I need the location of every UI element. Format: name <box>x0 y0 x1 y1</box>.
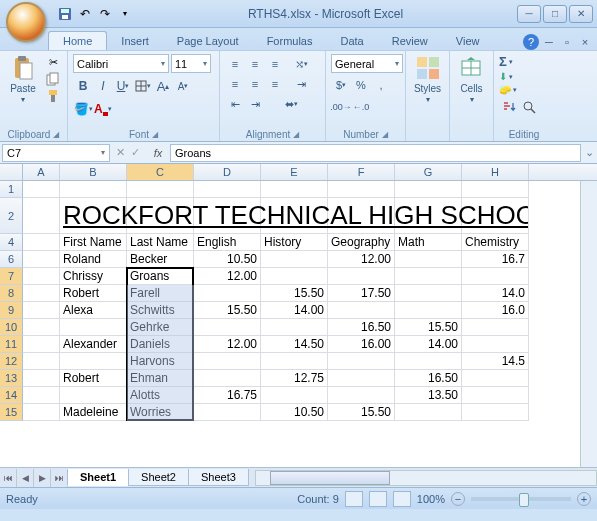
column-header-H[interactable]: H <box>462 164 529 180</box>
align-top-button[interactable]: ≡ <box>225 54 245 74</box>
cell-A12[interactable] <box>23 353 60 370</box>
sort-filter-button[interactable] <box>499 97 519 117</box>
cell-C15[interactable]: Worries <box>127 404 194 421</box>
row-header-2[interactable]: 2 <box>0 198 23 234</box>
maximize-button[interactable]: □ <box>543 5 567 23</box>
font-name-combo[interactable]: Calibri▾ <box>73 54 169 73</box>
cell-C12[interactable]: Harvons <box>127 353 194 370</box>
cell-E10[interactable] <box>261 319 328 336</box>
clear-button[interactable]: 🧽▾ <box>499 84 549 95</box>
row-header-14[interactable]: 14 <box>0 387 23 404</box>
paste-button[interactable]: Paste ▾ <box>5 54 41 104</box>
fill-color-button[interactable]: 🪣▾ <box>73 99 93 119</box>
percent-button[interactable]: % <box>351 75 371 95</box>
cell-D10[interactable] <box>194 319 261 336</box>
cell-F15[interactable]: 15.50 <box>328 404 395 421</box>
cell-F11[interactable]: 16.00 <box>328 336 395 353</box>
find-select-button[interactable] <box>519 97 539 117</box>
cell-A1[interactable] <box>23 181 60 198</box>
styles-button[interactable]: Styles ▾ <box>411 54 444 104</box>
cell-A15[interactable] <box>23 404 60 421</box>
cell-E12[interactable] <box>261 353 328 370</box>
cell-D14[interactable]: 16.75 <box>194 387 261 404</box>
cell-C14[interactable]: Alotts <box>127 387 194 404</box>
cell-E9[interactable]: 14.00 <box>261 302 328 319</box>
row-header-6[interactable]: 6 <box>0 251 23 268</box>
cell-F7[interactable] <box>328 268 395 285</box>
minimize-button[interactable]: ─ <box>517 5 541 23</box>
zoom-level[interactable]: 100% <box>417 493 445 505</box>
cell-C10[interactable]: Gehrke <box>127 319 194 336</box>
decrease-indent-button[interactable]: ⇤ <box>225 94 245 114</box>
dialog-launcher-icon[interactable]: ◢ <box>293 130 299 139</box>
cell-G12[interactable] <box>395 353 462 370</box>
dialog-launcher-icon[interactable]: ◢ <box>152 130 158 139</box>
cell-B15[interactable]: Madeleine <box>60 404 127 421</box>
cell-D1[interactable] <box>194 181 261 198</box>
tab-insert[interactable]: Insert <box>107 32 163 50</box>
underline-button[interactable]: U▾ <box>113 76 133 96</box>
sheet-nav-last-icon[interactable]: ⏭ <box>51 469 68 487</box>
tab-review[interactable]: Review <box>378 32 442 50</box>
cell-G4[interactable]: Math <box>395 234 462 251</box>
cell-H13[interactable] <box>462 370 529 387</box>
cell-D9[interactable]: 15.50 <box>194 302 261 319</box>
cell-G10[interactable]: 15.50 <box>395 319 462 336</box>
cell-D11[interactable]: 12.00 <box>194 336 261 353</box>
cell-G13[interactable]: 16.50 <box>395 370 462 387</box>
cell-D4[interactable]: English <box>194 234 261 251</box>
page-layout-view-button[interactable] <box>369 491 387 507</box>
cell-A11[interactable] <box>23 336 60 353</box>
cell-B4[interactable]: First Name <box>60 234 127 251</box>
border-button[interactable]: ▾ <box>133 76 153 96</box>
dialog-launcher-icon[interactable]: ◢ <box>53 130 59 139</box>
cell-A2[interactable] <box>23 198 60 234</box>
cell-F8[interactable]: 17.50 <box>328 285 395 302</box>
cell-H12[interactable]: 14.5 <box>462 353 529 370</box>
cell-B2[interactable]: ROCKFORT TECHNICAL HIGH SCHOOL <box>60 198 529 234</box>
cell-E11[interactable]: 14.50 <box>261 336 328 353</box>
cell-G15[interactable] <box>395 404 462 421</box>
cell-F14[interactable] <box>328 387 395 404</box>
cell-B13[interactable]: Robert <box>60 370 127 387</box>
row-header-8[interactable]: 8 <box>0 285 23 302</box>
font-color-button[interactable]: A▾ <box>93 99 113 119</box>
wrap-text-button[interactable]: ⇥ <box>291 74 311 94</box>
cell-B1[interactable] <box>60 181 127 198</box>
qat-dropdown-icon[interactable]: ▾ <box>116 5 134 23</box>
cell-D13[interactable] <box>194 370 261 387</box>
cell-F1[interactable] <box>328 181 395 198</box>
cell-H14[interactable] <box>462 387 529 404</box>
zoom-in-button[interactable]: + <box>577 492 591 506</box>
format-painter-icon[interactable] <box>44 88 62 104</box>
horizontal-scrollbar[interactable] <box>255 470 597 486</box>
cell-H4[interactable]: Chemistry <box>462 234 529 251</box>
cell-H9[interactable]: 16.0 <box>462 302 529 319</box>
sheet-tab-3[interactable]: Sheet3 <box>188 469 249 486</box>
cell-H15[interactable] <box>462 404 529 421</box>
cell-D15[interactable] <box>194 404 261 421</box>
currency-button[interactable]: $▾ <box>331 75 351 95</box>
cell-A6[interactable] <box>23 251 60 268</box>
tab-data[interactable]: Data <box>326 32 377 50</box>
cell-G8[interactable] <box>395 285 462 302</box>
column-header-C[interactable]: C <box>127 164 194 180</box>
zoom-out-button[interactable]: − <box>451 492 465 506</box>
tab-home[interactable]: Home <box>48 31 107 50</box>
redo-icon[interactable]: ↷ <box>96 5 114 23</box>
cell-A10[interactable] <box>23 319 60 336</box>
increase-indent-button[interactable]: ⇥ <box>245 94 265 114</box>
cell-C7[interactable]: Groans <box>127 268 194 285</box>
formula-input[interactable]: Groans <box>170 144 581 162</box>
ribbon-minimize-button[interactable]: ─ <box>541 34 557 50</box>
fx-icon[interactable]: fx <box>146 147 170 159</box>
cell-E6[interactable] <box>261 251 328 268</box>
spreadsheet-grid[interactable]: ABCDEFGH 1246789101112131415 ROCKFORT TE… <box>0 164 597 467</box>
cell-B11[interactable]: Alexander <box>60 336 127 353</box>
cell-F6[interactable]: 12.00 <box>328 251 395 268</box>
expand-formula-bar-icon[interactable]: ⌄ <box>581 146 597 159</box>
comma-button[interactable]: , <box>371 75 391 95</box>
grow-font-button[interactable]: A▴ <box>153 76 173 96</box>
cell-B12[interactable] <box>60 353 127 370</box>
cell-F4[interactable]: Geography <box>328 234 395 251</box>
